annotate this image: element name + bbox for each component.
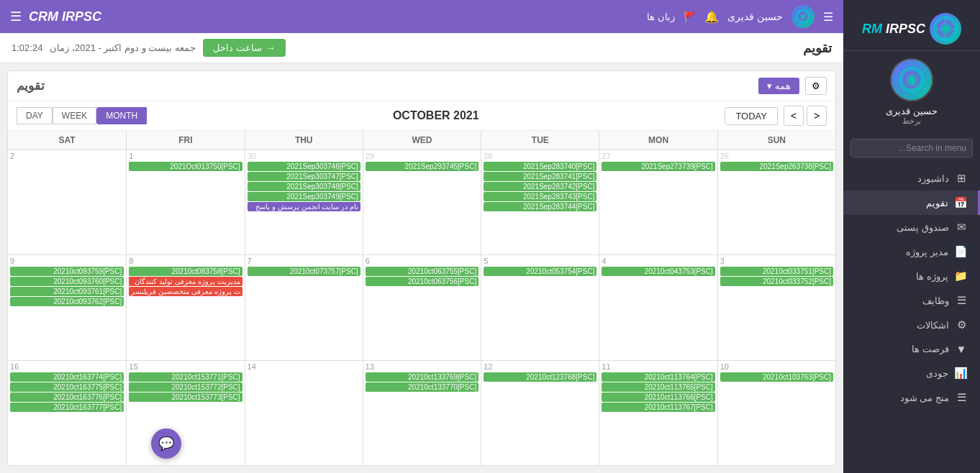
calendar-event[interactable]: [PSC]2021Sep303746 [248,162,360,171]
calendar-cell[interactable]: 28[PSC]2021Sep283740[PSC]2021Sep283741[P… [481,150,599,254]
sidebar-item-menu[interactable]: ☰ منج می شود [843,385,980,410]
sidebar-item-project-manager[interactable]: 📄 مدیر پروژه [843,239,980,264]
calendar-cell[interactable]: 26[PSC]2021Sep263738 [717,150,835,254]
calendar-event[interactable]: [PSC]2021Sep273739 [602,162,714,171]
calendar-event[interactable]: [PSC]20210ct153771 [129,372,242,382]
calendar-event[interactable]: [PSC]2021Oct013750 [129,162,242,171]
sidebar-logo: RM IRPSC [843,7,980,51]
calendar-event[interactable]: [PSC]20210ct163774 [10,372,124,382]
chat-bubble[interactable]: 💬 [151,428,181,459]
calendar-event[interactable]: [PSC]20210ct113765 [602,382,714,392]
calendar-cell[interactable]: 6[PSC]20210ct063755[PSC]20210ct063756 [363,255,481,359]
calendar-event[interactable]: [PSC]2021Sep293745 [366,162,478,171]
calendar-event[interactable]: [PSC]20210ct153772 [129,382,242,392]
calendar-all-button[interactable]: همه ▾ [758,78,799,94]
sidebar-item-reports[interactable]: 📊 جودی [843,361,980,385]
calendar-event[interactable]: [PSC]2021Sep303748 [248,182,360,191]
day-number: 13 [366,362,478,371]
calendar-next-button[interactable]: > [784,106,804,126]
col-header-thu: THU [245,131,363,150]
calendar-filter-button[interactable]: ⚙ [805,77,827,95]
view-day-button[interactable]: DAY [17,107,53,124]
issues-icon: ⚙ [955,318,968,331]
calendar-prev-button[interactable]: < [807,106,827,126]
calendar-event[interactable]: [PSC]20210ct123768 [484,372,596,382]
calendar-cell[interactable]: 14 [245,361,363,465]
calendar-event[interactable]: [PSC]20210ct063755 [366,267,478,276]
calendar-cell[interactable]: 27[PSC]2021Sep273739 [599,150,717,254]
calendar-event[interactable]: [PSC]20210ct113766 [602,392,714,402]
calendar-cell[interactable]: 1[PSC]2021Oct013750 [126,150,244,254]
calendar-event[interactable]: [PSC]2021Sep283742 [484,182,596,191]
calendar-cell[interactable]: 9[PSC]20210ct093759[PSC]20210ct093760[PS… [8,255,126,359]
sidebar-item-dashboard[interactable]: ⊞ داشبورد [843,166,980,190]
calendar-event[interactable]: [PSC]20210ct033752 [720,277,833,286]
calendar-event[interactable]: [PSC]2021Sep283744 [484,202,596,211]
sidebar-item-projects[interactable]: 📁 پروژه ها [843,264,980,288]
topbar-menu-icon[interactable]: ☰ [10,9,22,24]
calendar-cell[interactable]: 30[PSC]2021Sep303746[PSC]2021Sep303747[P… [245,150,363,254]
calendar-event[interactable]: [PSC]20210ct153773 [129,392,242,402]
calendar-event[interactable]: [PSC]20210ct163775 [10,382,124,392]
calendar-cell[interactable]: 2 [8,150,126,254]
calendar-cell[interactable]: 13[PSC]20210ct133769[PSC]20210ct133770 [363,361,481,465]
calendar-event[interactable]: [PSC]20210ct093762 [10,297,124,306]
calendar-today-button[interactable]: TODAY [725,107,778,125]
calendar-event[interactable]: ت پروژه معرفی متخصصین فریلنسر [129,287,242,296]
checkin-button[interactable]: → ساعت داخل [203,39,286,57]
topbar-sidebar-toggle[interactable]: ☰ [823,10,833,24]
view-month-button[interactable]: MONTH [96,107,147,124]
calendar-event[interactable]: [PSC]20210ct113764 [602,372,714,382]
day-number: 10 [720,362,833,371]
calendar-cell[interactable]: 3[PSC]20210ct033751[PSC]20210ct033752 [717,255,835,359]
calendar-cell[interactable]: 16[PSC]20210ct163774[PSC]20210ct163775[P… [8,361,126,465]
calendar-event[interactable]: [PSC]20210ct113767 [602,403,714,412]
calendar-cell[interactable]: 11[PSC]20210ct113764[PSC]20210ct113765[P… [599,361,717,465]
calendar-event[interactable]: [PSC]20210ct103763 [720,372,833,382]
calendar-cell[interactable]: 10[PSC]20210ct103763 [717,361,835,465]
col-header-tue: TUE [481,131,599,150]
calendar-event[interactable]: [PSC]2021Sep283740 [484,162,596,171]
calendar-event[interactable]: [PSC]20210ct163777 [10,403,124,412]
calendar-event[interactable]: [PSC]20210ct053754 [484,267,596,276]
calendar-event[interactable]: [PSC]20210ct093761 [10,287,124,296]
calendar-cell[interactable]: 7[PSC]20210ct073757 [245,255,363,359]
calendar-event[interactable]: [PSC]20210ct093759 [10,267,124,276]
calendar-event[interactable]: [PSC]20210ct073757 [248,267,360,276]
calendar-event[interactable]: مدیریت پروژه معرفی تولید کنندگان [129,277,242,286]
calendar-event[interactable]: [PSC]20210ct063756 [366,277,478,286]
sidebar-item-calendar[interactable]: 📅 تقویم [843,190,980,215]
day-number: 30 [248,152,360,160]
sidebar-item-tasks[interactable]: ☰ وظایف [843,288,980,313]
calendar-event[interactable]: [PSC]20210ct093760 [10,277,124,286]
calendar-event[interactable]: [PSC]2021Sep283741 [484,172,596,181]
calendar-event[interactable]: [PSC]20210ct163776 [10,392,124,402]
search-menu-container [843,134,980,162]
calendar-cell[interactable]: 5[PSC]20210ct053754 [481,255,599,359]
calendar-event[interactable]: [PSC]2021Sep263738 [720,162,833,171]
subheader: تقویم → ساعت داخل جمعه بیست و دوم اکتبر … [0,33,843,63]
sidebar-item-issues[interactable]: ⚙ اشکالات [843,313,980,337]
calendar-event[interactable]: [PSC]2021Sep303749 [248,192,360,201]
search-menu-input[interactable] [850,139,973,157]
calendar-event[interactable]: [PSC]20210ct133770 [366,382,478,392]
calendar-event[interactable]: [PSC]20210ct033751 [720,267,833,276]
calendar-cell[interactable]: 15[PSC]20210ct153771[PSC]20210ct153772[P… [126,361,244,465]
calendar-event[interactable]: نام در سایت انجمن پرسش و پاسخ [248,202,360,211]
topbar-languages-label[interactable]: زبان ها [647,12,675,22]
topbar-bell-icon[interactable]: 🔔 [704,10,719,24]
reports-icon: 📊 [954,367,968,380]
col-header-sun: SUN [717,131,835,150]
view-week-button[interactable]: WEEK [53,107,96,124]
sidebar-item-opportunities[interactable]: ▼ فرصت ها [843,337,980,361]
calendar-cell[interactable]: 12[PSC]20210ct123768 [481,361,599,465]
sidebar-item-inbox[interactable]: ✉ صندوق پستی [843,215,980,239]
calendar-event[interactable]: [PSC]20210ct133769 [366,372,478,382]
calendar-cell[interactable]: 8[PSC]20210ct083758مدیریت پروژه معرفی تو… [126,255,244,359]
calendar-event[interactable]: [PSC]2021Sep283743 [484,192,596,201]
calendar-cell[interactable]: 4[PSC]20210ct043753 [599,255,717,359]
calendar-cell[interactable]: 29[PSC]2021Sep293745 [363,150,481,254]
calendar-event[interactable]: [PSC]20210ct083758 [129,267,242,276]
calendar-event[interactable]: [PSC]2021Sep303747 [248,172,360,181]
calendar-event[interactable]: [PSC]20210ct043753 [602,267,714,276]
